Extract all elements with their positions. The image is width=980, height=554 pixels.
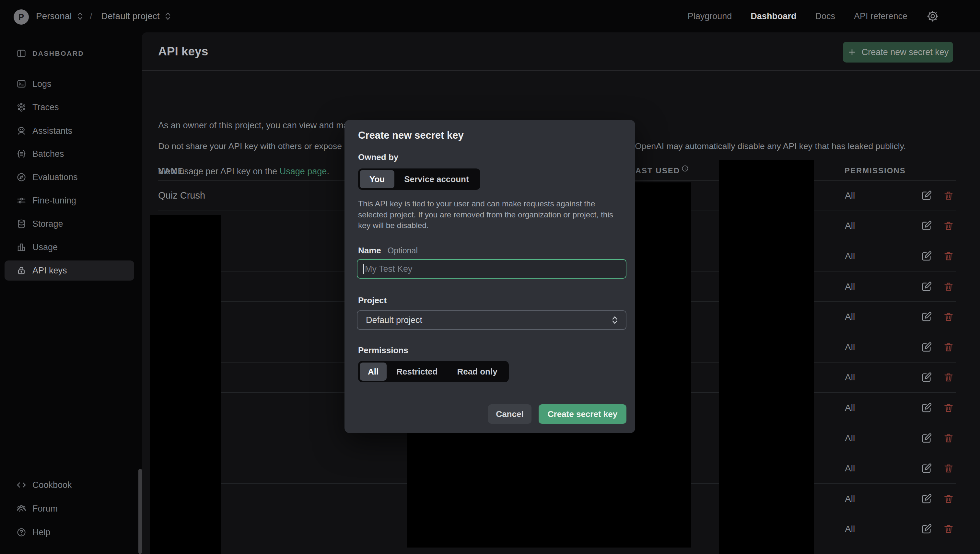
- edit-key-button[interactable]: [921, 341, 932, 353]
- evaluations-icon: [16, 172, 27, 182]
- project-select-value: Default project: [366, 315, 422, 325]
- delete-key-button[interactable]: [943, 523, 955, 535]
- delete-key-button[interactable]: [943, 463, 955, 474]
- name-optional-hint: Optional: [387, 246, 418, 255]
- permission-cell: All: [845, 272, 855, 302]
- nav-dashboard[interactable]: Dashboard: [751, 11, 796, 21]
- sidebar-item-api-keys[interactable]: API keys: [5, 261, 134, 280]
- plus-icon: [848, 48, 857, 57]
- delete-key-button[interactable]: [943, 402, 955, 414]
- delete-key-button[interactable]: [943, 281, 955, 293]
- top-nav: Playground Dashboard Docs API reference: [688, 0, 939, 32]
- sidebar-item-evaluations[interactable]: Evaluations: [5, 167, 134, 187]
- edit-key-button[interactable]: [921, 190, 932, 202]
- permission-cell: All: [845, 211, 855, 241]
- help-icon: [16, 527, 27, 538]
- permission-cell: All: [845, 363, 855, 393]
- chevron-updown-icon: [164, 11, 171, 21]
- nav-api-reference[interactable]: API reference: [854, 11, 907, 21]
- key-name-input[interactable]: My Test Key: [357, 259, 626, 279]
- redaction-box-names: [150, 215, 221, 554]
- traces-icon: [16, 102, 27, 112]
- owner-option-you[interactable]: You: [360, 170, 394, 188]
- permission-option-restricted[interactable]: Restricted: [387, 363, 447, 380]
- edit-key-button[interactable]: [921, 433, 932, 444]
- sidebar-item-logs[interactable]: Logs: [5, 74, 134, 94]
- settings-gear-icon[interactable]: [926, 10, 939, 23]
- project-select[interactable]: Default project: [357, 310, 626, 330]
- fine-tuning-icon: [16, 195, 27, 206]
- permission-option-all[interactable]: All: [360, 363, 387, 380]
- edit-key-button[interactable]: [921, 250, 932, 262]
- permission-cell: All: [845, 453, 855, 484]
- edit-key-button[interactable]: [921, 311, 932, 323]
- delete-key-button[interactable]: [943, 190, 955, 202]
- logs-icon: [16, 79, 27, 89]
- edit-key-button[interactable]: [921, 372, 932, 383]
- edit-key-button[interactable]: [921, 463, 932, 474]
- permission-option-read-only[interactable]: Read only: [447, 363, 507, 380]
- delete-key-button[interactable]: [943, 372, 955, 383]
- avatar[interactable]: P: [14, 10, 29, 25]
- sidebar-item-batches[interactable]: Batches: [5, 144, 134, 164]
- owned-by-description: This API key is tied to your user and ca…: [358, 198, 627, 231]
- name-label-row: Name Optional: [358, 245, 418, 256]
- sidebar-item-forum[interactable]: Forum: [5, 498, 134, 519]
- permission-cell: All: [845, 180, 855, 211]
- create-secret-key-modal: Create new secret key Owned by You Servi…: [344, 120, 635, 433]
- org-switcher[interactable]: Personal: [36, 0, 84, 32]
- info-icon[interactable]: [681, 165, 689, 172]
- sidebar-item-assistants[interactable]: Assistants: [5, 121, 134, 141]
- usage-page-link[interactable]: Usage page: [280, 167, 327, 176]
- nav-docs[interactable]: Docs: [815, 11, 835, 21]
- permissions-toggle: All Restricted Read only: [358, 361, 509, 382]
- assistants-icon: [16, 126, 27, 136]
- code-icon: [16, 480, 27, 490]
- redaction-box-created: [719, 160, 814, 554]
- sidebar-item-cookbook[interactable]: Cookbook: [5, 475, 134, 495]
- delete-key-button[interactable]: [943, 250, 955, 262]
- create-secret-key-submit-button[interactable]: Create secret key: [539, 404, 626, 424]
- top-bar: P Personal / Default project Playground …: [0, 0, 980, 32]
- panel-left-icon: [16, 48, 27, 59]
- chevron-updown-icon: [611, 315, 619, 325]
- sidebar-item-fine-tuning[interactable]: Fine-tuning: [5, 191, 134, 210]
- sidebar-item-storage[interactable]: Storage: [5, 214, 134, 234]
- project-switcher[interactable]: Default project: [101, 0, 171, 32]
- owner-option-service-account[interactable]: Service account: [394, 170, 478, 188]
- intro-line-3: View usage per API key on the Usage page…: [158, 167, 329, 177]
- usage-icon: [16, 242, 27, 252]
- edit-key-button[interactable]: [921, 281, 932, 293]
- permission-cell: All: [845, 514, 855, 544]
- delete-key-button[interactable]: [943, 341, 955, 353]
- people-icon: [16, 503, 27, 514]
- permission-cell: All: [845, 302, 855, 332]
- permission-cell: All: [845, 332, 855, 363]
- scrollbar-thumb[interactable]: [139, 469, 142, 554]
- delete-key-button[interactable]: [943, 311, 955, 323]
- delete-key-button[interactable]: [943, 220, 955, 232]
- sidebar-item-traces[interactable]: Traces: [5, 97, 134, 117]
- chevron-updown-icon: [76, 11, 84, 21]
- sidebar-section-dashboard: DASHBOARD: [5, 43, 134, 64]
- edit-key-button[interactable]: [921, 523, 932, 535]
- delete-key-button[interactable]: [943, 493, 955, 505]
- cancel-button[interactable]: Cancel: [488, 404, 531, 424]
- modal-title: Create new secret key: [358, 130, 464, 141]
- permissions-label: Permissions: [358, 345, 408, 355]
- app-screen: P Personal / Default project Playground …: [0, 0, 980, 554]
- nav-playground[interactable]: Playground: [688, 11, 732, 21]
- edit-key-button[interactable]: [921, 220, 932, 232]
- delete-key-button[interactable]: [943, 433, 955, 444]
- sidebar-item-usage[interactable]: Usage: [5, 237, 134, 257]
- permission-cell: All: [845, 484, 855, 514]
- owned-by-toggle: You Service account: [358, 169, 480, 190]
- batches-icon: [16, 149, 27, 159]
- sidebar-item-help[interactable]: Help: [5, 522, 134, 542]
- page-title: API keys: [158, 32, 208, 71]
- sidebar: DASHBOARD Logs Traces Assistants Batches: [0, 32, 142, 554]
- breadcrumb-separator: /: [90, 0, 92, 32]
- edit-key-button[interactable]: [921, 493, 932, 505]
- edit-key-button[interactable]: [921, 402, 932, 414]
- create-new-secret-key-button[interactable]: Create new secret key: [843, 42, 953, 62]
